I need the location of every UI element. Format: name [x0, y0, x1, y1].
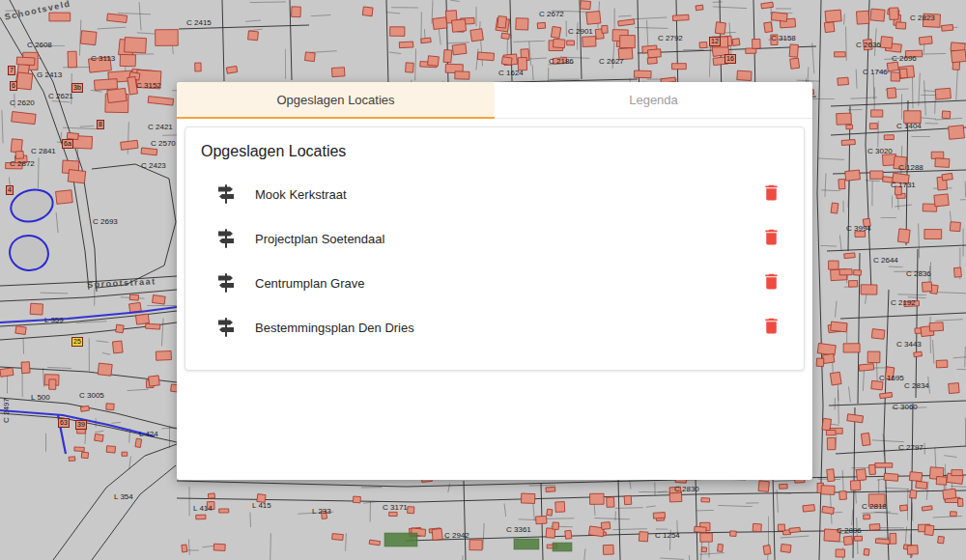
tab-label: Opgeslagen Locaties — [276, 93, 394, 107]
delete-location-button[interactable] — [759, 227, 782, 250]
panel-body: Opgeslagen Locaties Mook KerkstraatProje… — [177, 119, 812, 480]
tab-legenda[interactable]: Legenda — [495, 82, 812, 119]
location-name: Projectplan Soetendaal — [255, 232, 759, 246]
location-name: Mook Kerkstraat — [255, 187, 759, 202]
panel-tabbar: Opgeslagen Locaties Legenda — [177, 82, 812, 119]
trash-icon — [761, 182, 781, 206]
delete-location-button[interactable] — [759, 316, 782, 339]
signpost-icon — [214, 182, 238, 206]
location-name: Centrumplan Grave — [255, 276, 759, 291]
signpost-icon — [214, 271, 238, 294]
delete-location-button[interactable] — [759, 271, 782, 294]
delete-location-button[interactable] — [759, 182, 782, 206]
trash-icon — [761, 271, 781, 294]
location-row[interactable]: Centrumplan Grave — [201, 261, 788, 305]
saved-locations-panel: Opgeslagen Locaties Legenda Opgeslagen L… — [177, 82, 812, 480]
trash-icon — [761, 227, 781, 250]
tab-label: Legenda — [629, 93, 678, 107]
saved-locations-card: Opgeslagen Locaties Mook KerkstraatProje… — [185, 126, 805, 371]
location-row[interactable]: Mook Kerkstraat — [201, 172, 788, 216]
location-name: Bestemmingsplan Den Dries — [255, 321, 759, 335]
card-title: Opgeslagen Locaties — [201, 143, 788, 160]
tab-opgeslagen-locaties[interactable]: Opgeslagen Locaties — [177, 82, 495, 119]
locations-list: Mook KerkstraatProjectplan SoetendaalCen… — [201, 172, 788, 350]
location-row[interactable]: Bestemmingsplan Den Dries — [201, 305, 788, 350]
location-row[interactable]: Projectplan Soetendaal — [201, 216, 788, 261]
signpost-icon — [214, 316, 238, 339]
trash-icon — [761, 316, 781, 339]
signpost-icon — [214, 227, 238, 250]
